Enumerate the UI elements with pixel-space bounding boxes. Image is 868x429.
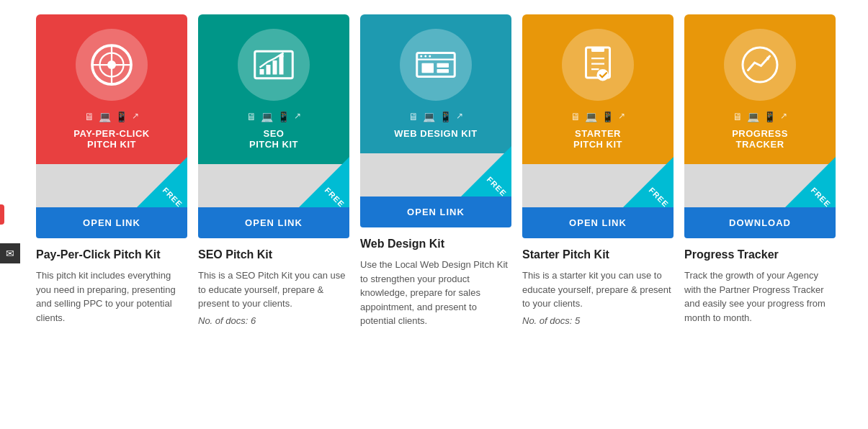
free-badge-seo: FREE <box>299 157 349 207</box>
card-docs-starter: No. of docs: 5 <box>522 315 674 326</box>
card-title-ppc: PAY-PER-CLICKPITCH KIT <box>73 128 149 157</box>
card-desc-webdesign: Use the Local Web Design Pitch Kit to st… <box>360 258 511 328</box>
free-badge-progress: FREE <box>785 157 836 207</box>
card-grey-ppc: FREE <box>36 164 187 207</box>
card-top-progress: 🖥 💻 📱 ↗ PROGRESSTRACKER FREE <box>684 14 836 207</box>
card-desc-progress: Track the growth of your Agency with the… <box>684 268 836 325</box>
svg-rect-20 <box>591 48 604 52</box>
svg-point-4 <box>107 60 116 69</box>
card-top-webdesign: 🖥 💻 📱 ↗ WEB DESIGN KIT FREE <box>360 14 511 197</box>
mail-icon-tab[interactable]: ✉ <box>0 243 20 263</box>
ppc-icon <box>76 29 148 101</box>
svg-rect-15 <box>437 69 449 73</box>
card-button-starter[interactable]: OPEN LINK <box>522 207 674 238</box>
card-top-starter: 🖥 💻 📱 ↗ STARTERPITCH KIT FREE <box>522 14 674 207</box>
card-starter: 🖥 💻 📱 ↗ STARTERPITCH KIT FREE OPEN LINK … <box>522 14 674 340</box>
card-desc-seo: This is a SEO Pitch Kit you can use to e… <box>198 268 349 311</box>
webdesign-icon <box>400 29 472 101</box>
card-devices-starter: 🖥 💻 📱 ↗ <box>571 111 625 122</box>
card-desc-starter: This is a starter kit you can use to edu… <box>522 268 674 311</box>
card-name-seo: SEO Pitch Kit <box>198 248 349 261</box>
cards-container: 🖥 💻 📱 ↗ PAY-PER-CLICKPITCH KIT FREE OPEN… <box>0 0 868 361</box>
card-info-webdesign: Web Design Kit Use the Local Web Design … <box>360 227 511 340</box>
card-title-starter: STARTERPITCH KIT <box>573 128 622 157</box>
card-desc-ppc: This pitch kit includes everything you n… <box>36 268 187 325</box>
starter-icon <box>562 29 634 101</box>
svg-rect-24 <box>597 69 609 81</box>
progress-icon <box>724 29 796 101</box>
card-button-webdesign[interactable]: OPEN LINK <box>360 197 511 227</box>
card-webdesign: 🖥 💻 📱 ↗ WEB DESIGN KIT FREE OPEN LINK We… <box>360 14 511 340</box>
free-badge-starter: FREE <box>623 157 674 207</box>
card-button-ppc[interactable]: OPEN LINK <box>36 207 187 238</box>
svg-point-18 <box>429 55 431 58</box>
card-info-seo: SEO Pitch Kit This is a SEO Pitch Kit yo… <box>198 238 349 340</box>
free-badge-ppc: FREE <box>137 157 187 207</box>
card-docs-seo: No. of docs: 6 <box>198 315 349 326</box>
svg-rect-9 <box>279 55 284 75</box>
card-name-starter: Starter Pitch Kit <box>522 248 674 261</box>
svg-rect-8 <box>273 60 277 75</box>
seo-icon <box>238 29 310 101</box>
card-grey-starter: FREE <box>522 164 674 207</box>
free-badge-webdesign: FREE <box>461 146 511 197</box>
card-info-starter: Starter Pitch Kit This is a starter kit … <box>522 238 674 340</box>
card-title-seo: SEOPITCH KIT <box>249 128 298 157</box>
card-button-seo[interactable]: OPEN LINK <box>198 207 349 238</box>
card-button-progress[interactable]: DOWNLOAD <box>684 207 836 238</box>
feedback-tab[interactable] <box>0 204 4 225</box>
card-title-webdesign: WEB DESIGN KIT <box>394 128 477 146</box>
card-name-webdesign: Web Design Kit <box>360 238 511 250</box>
card-grey-webdesign: FREE <box>360 153 511 197</box>
svg-point-17 <box>424 55 426 58</box>
card-top-ppc: 🖥 💻 📱 ↗ PAY-PER-CLICKPITCH KIT FREE <box>36 14 187 207</box>
card-progress: 🖥 💻 📱 ↗ PROGRESSTRACKER FREE DOWNLOAD Pr… <box>684 14 836 340</box>
card-info-progress: Progress Tracker Track the growth of you… <box>684 238 836 340</box>
card-name-ppc: Pay-Per-Click Pitch Kit <box>36 248 187 261</box>
card-top-seo: 🖥 💻 📱 ↗ SEOPITCH KIT FREE <box>198 14 349 207</box>
svg-rect-7 <box>267 65 271 75</box>
card-ppc: 🖥 💻 📱 ↗ PAY-PER-CLICKPITCH KIT FREE OPEN… <box>36 14 187 340</box>
svg-rect-13 <box>422 63 434 73</box>
svg-rect-6 <box>260 69 264 75</box>
card-devices-progress: 🖥 💻 📱 ↗ <box>733 111 787 122</box>
card-name-progress: Progress Tracker <box>684 248 836 261</box>
card-info-ppc: Pay-Per-Click Pitch Kit This pitch kit i… <box>36 238 187 340</box>
card-devices-ppc: 🖥 💻 📱 ↗ <box>84 111 139 122</box>
card-seo: 🖥 💻 📱 ↗ SEOPITCH KIT FREE OPEN LINK SEO … <box>198 14 349 340</box>
card-title-progress: PROGRESSTRACKER <box>732 128 788 157</box>
svg-point-16 <box>420 55 422 58</box>
svg-rect-14 <box>437 63 449 68</box>
card-devices-seo: 🖥 💻 📱 ↗ <box>246 111 301 122</box>
card-devices-webdesign: 🖥 💻 📱 ↗ <box>408 111 463 122</box>
card-grey-progress: FREE <box>684 164 836 207</box>
card-grey-seo: FREE <box>198 164 349 207</box>
